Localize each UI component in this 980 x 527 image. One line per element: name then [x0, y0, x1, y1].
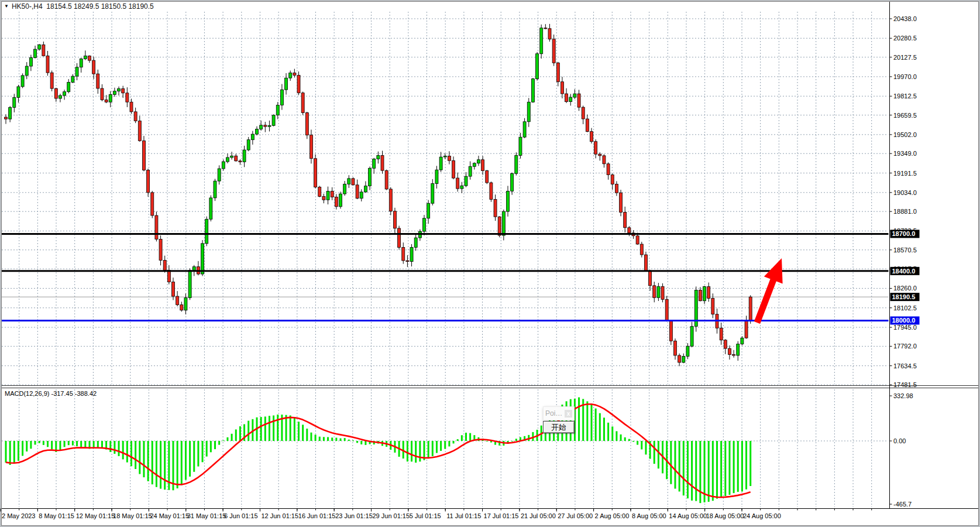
- price-marker-label: 18190.5: [892, 293, 916, 300]
- time-axis-tick: 29 Jun 01:15: [373, 512, 410, 519]
- time-axis-tick: 14 Aug 05:00: [669, 512, 707, 519]
- desktop-popup: Poi… x 开始: [543, 406, 576, 433]
- time-axis-tick: 18 Aug 05:00: [706, 512, 744, 519]
- time-axis-tick: 5 Jul 01:15: [410, 512, 441, 519]
- time-axis-tick: 18 May 01:15: [113, 512, 152, 519]
- price-axis-tick: 17634.5: [893, 362, 917, 369]
- time-axis-tick: 23 Jun 01:15: [335, 512, 373, 519]
- time-axis-tick: 21 Jul 05:00: [521, 512, 556, 519]
- macd-axis-tick: -465.7: [893, 501, 912, 508]
- time-axis-tick: 12 Jun 01:15: [261, 512, 298, 519]
- time-axis-tick: 24 May 01:15: [150, 512, 189, 519]
- price-axis-tick: 18260.0: [893, 285, 917, 292]
- price-marker-label: 18700.0: [892, 230, 916, 237]
- price-axis-tick: 19349.0: [893, 150, 917, 157]
- price-axis-tick: 20127.5: [893, 54, 917, 61]
- price-axis-tick: 19034.0: [893, 189, 917, 196]
- price-axis-tick: 19812.5: [893, 93, 917, 100]
- price-axis-tick: 18570.5: [893, 247, 917, 254]
- price-axis-tick: 18102.5: [893, 304, 917, 312]
- price-axis-tick: 19502.0: [893, 131, 917, 138]
- price-axis-tick: 17945.0: [893, 324, 917, 331]
- macd-axis-tick: 0.00: [893, 437, 906, 444]
- chart-title: ▼ HK50-,H4 18154.5 18249.5 18150.5 18190…: [4, 2, 154, 11]
- price-axis-tick: 20438.0: [893, 15, 917, 22]
- price-axis-tick: 19191.5: [893, 170, 917, 177]
- time-axis-tick: 17 Jul 01:15: [484, 512, 519, 519]
- macd-axis-tick: 332.98: [893, 392, 913, 399]
- price-marker-label: 18400.0: [892, 268, 916, 275]
- symbol-dropdown-icon[interactable]: ▼: [4, 4, 9, 9]
- time-axis-tick: 8 May 01:15: [39, 512, 74, 519]
- time-axis-tick: 2 Aug 05:00: [595, 512, 630, 519]
- time-axis-tick: 12 May 01:15: [76, 512, 115, 519]
- price-axis-tick: 17481.5: [893, 381, 917, 388]
- time-axis-tick: 11 Jul 01:15: [446, 512, 481, 519]
- price-marker-label: 18000.0: [892, 317, 916, 324]
- price-axis-tick: 19659.5: [893, 112, 917, 119]
- time-axis-tick: 31 May 01:15: [187, 512, 226, 519]
- time-axis-tick: 24 Aug 05:00: [743, 512, 781, 519]
- drag-tooltip: Poi… x: [543, 406, 575, 420]
- price-axis-tick: 19970.0: [893, 73, 917, 80]
- chart-title-text: HK50-,H4 18154.5 18249.5 18150.5 18190.5: [12, 2, 154, 11]
- start-button[interactable]: 开始: [543, 421, 575, 433]
- drag-tooltip-label: Poi…: [545, 409, 562, 418]
- price-chart-canvas[interactable]: 20438.020280.520127.519970.019812.519659…: [0, 0, 980, 527]
- time-axis-tick: 6 Jun 01:15: [224, 512, 258, 519]
- time-axis-tick: 2 May 2023: [2, 512, 35, 519]
- price-axis-tick: 18881.0: [893, 208, 917, 215]
- window-frame: [0, 0, 980, 527]
- price-axis-tick: 17792.0: [893, 343, 917, 350]
- trading-chart-window: 20438.020280.520127.519970.019812.519659…: [0, 0, 980, 527]
- close-icon[interactable]: x: [565, 410, 572, 418]
- time-axis-tick: 16 Jun 01:15: [298, 512, 336, 519]
- price-axis-tick: 20280.5: [893, 35, 917, 42]
- time-axis-tick: 27 Jul 05:00: [558, 512, 593, 519]
- macd-indicator-label: MACD(12,26,9) -317.45 -388.42: [5, 390, 97, 397]
- time-axis-tick: 8 Aug 05:00: [632, 512, 666, 519]
